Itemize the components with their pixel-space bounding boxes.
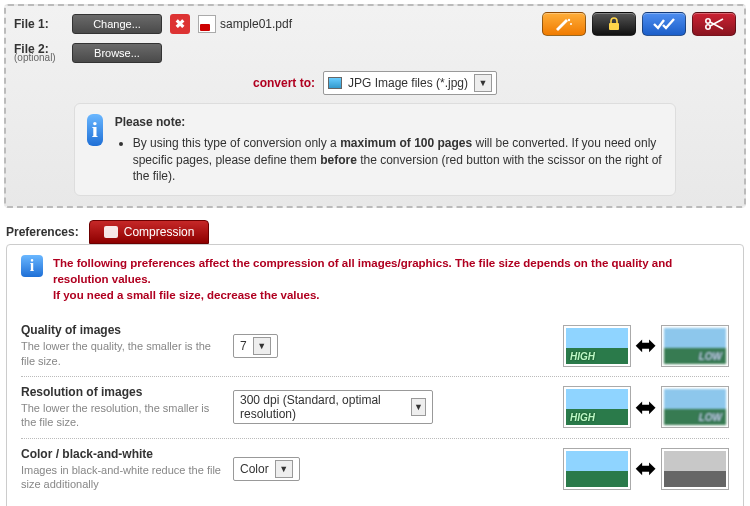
thumb-high: HIGH xyxy=(563,386,631,428)
jpg-icon xyxy=(328,77,342,89)
pdf-icon xyxy=(198,15,216,33)
quality-title: Quality of images xyxy=(21,323,221,337)
thumb-color xyxy=(563,448,631,490)
resolution-preview: HIGH ⬌ LOW xyxy=(563,386,729,428)
note-text: By using this type of conversion only a … xyxy=(133,135,663,185)
svg-point-3 xyxy=(706,19,710,23)
pdf-file-indicator: sample01.pdf xyxy=(198,15,292,33)
color-title: Color / black-and-white xyxy=(21,447,221,461)
color-row: Color / black-and-white Images in black-… xyxy=(21,439,729,500)
preferences-label: Preferences: xyxy=(6,225,79,239)
arrow-both-icon: ⬌ xyxy=(635,453,657,484)
quality-row: Quality of images The lower the quality,… xyxy=(21,315,729,377)
quality-select[interactable]: 7 ▼ xyxy=(233,334,278,358)
scissors-button[interactable] xyxy=(692,12,736,36)
please-note-box: i Please note: By using this type of con… xyxy=(74,103,676,196)
file-toolbar xyxy=(542,12,736,36)
convert-to-select[interactable]: JPG Image files (*.jpg) ▼ xyxy=(323,71,497,95)
color-select[interactable]: Color ▼ xyxy=(233,457,300,481)
file-upload-panel: File 1: Change... ✖ sample01.pdf File 2:… xyxy=(4,4,746,208)
preferences-panel: i The following preferences affect the c… xyxy=(6,244,744,506)
filename: sample01.pdf xyxy=(220,17,292,31)
file1-row: File 1: Change... ✖ sample01.pdf xyxy=(14,12,736,36)
svg-point-0 xyxy=(568,19,570,21)
check-button[interactable] xyxy=(642,12,686,36)
color-desc: Images in black-and-white reduce the fil… xyxy=(21,463,221,492)
resolution-title: Resolution of images xyxy=(21,385,221,399)
quality-preview: HIGH ⬌ LOW xyxy=(563,325,729,367)
chevron-down-icon: ▼ xyxy=(474,74,492,92)
svg-rect-2 xyxy=(609,23,619,30)
check-icon xyxy=(651,17,677,31)
chevron-down-icon: ▼ xyxy=(253,337,271,355)
preferences-note: i The following preferences affect the c… xyxy=(21,255,729,303)
tab-compression[interactable]: Compression xyxy=(89,220,210,244)
compression-icon xyxy=(104,226,118,238)
remove-file-icon[interactable]: ✖ xyxy=(170,14,190,34)
convert-to-row: convert to: JPG Image files (*.jpg) ▼ xyxy=(14,71,736,95)
scissors-icon xyxy=(703,17,725,31)
svg-point-1 xyxy=(570,23,572,25)
svg-point-4 xyxy=(706,25,710,29)
file2-optional-label: (optional) xyxy=(14,52,64,63)
chevron-down-icon: ▼ xyxy=(411,398,426,416)
info-icon: i xyxy=(87,114,103,146)
thumb-bw xyxy=(661,448,729,490)
preferences-header: Preferences: Compression xyxy=(6,220,744,244)
convert-to-value: JPG Image files (*.jpg) xyxy=(348,76,468,90)
magic-wand-icon xyxy=(554,17,574,31)
arrow-both-icon: ⬌ xyxy=(635,330,657,361)
resolution-row: Resolution of images The lower the resol… xyxy=(21,377,729,439)
change-button[interactable]: Change... xyxy=(72,14,162,34)
note-title: Please note: xyxy=(115,114,663,131)
file2-row: File 2: (optional) Browse... xyxy=(14,42,736,63)
info-icon: i xyxy=(21,255,43,277)
lock-button[interactable] xyxy=(592,12,636,36)
thumb-low: LOW xyxy=(661,386,729,428)
thumb-high: HIGH xyxy=(563,325,631,367)
file1-label: File 1: xyxy=(14,17,64,31)
browse-button[interactable]: Browse... xyxy=(72,43,162,63)
quality-desc: The lower the quality, the smaller is th… xyxy=(21,339,221,368)
arrow-both-icon: ⬌ xyxy=(635,392,657,423)
color-preview: ⬌ xyxy=(563,448,729,490)
resolution-desc: The lower the resolution, the smaller is… xyxy=(21,401,221,430)
chevron-down-icon: ▼ xyxy=(275,460,293,478)
thumb-low: LOW xyxy=(661,325,729,367)
lock-icon xyxy=(604,17,624,31)
magic-wand-button[interactable] xyxy=(542,12,586,36)
resolution-select[interactable]: 300 dpi (Standard, optimal resolution) ▼ xyxy=(233,390,433,424)
convert-to-label: convert to: xyxy=(253,76,315,90)
